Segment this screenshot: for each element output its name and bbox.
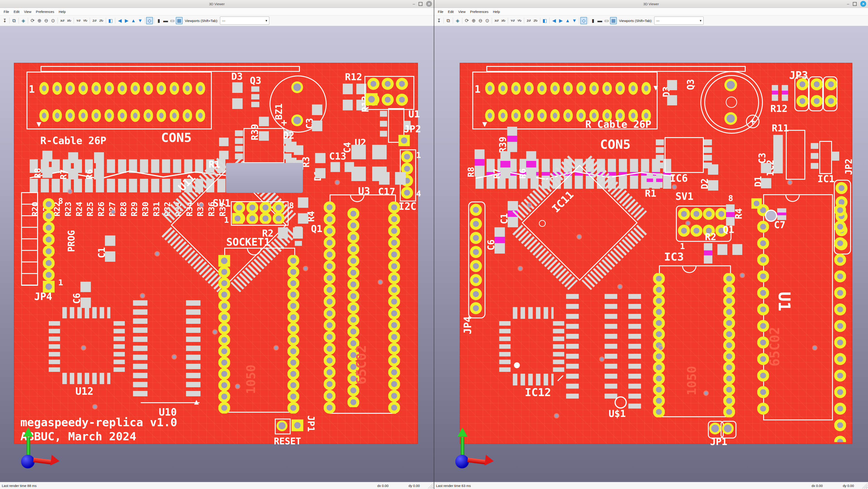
show-smd-models-icon[interactable]: ▬: [596, 17, 603, 24]
rotate-y-ccw-icon[interactable]: Y↺: [509, 17, 516, 24]
show-th-models-icon[interactable]: ▮: [590, 17, 596, 24]
soic-pads: [235, 130, 243, 160]
i2c-pin4: 4: [416, 190, 421, 198]
via: [155, 252, 159, 255]
close-icon[interactable]: ✕: [860, 1, 866, 7]
plus-marker: +: [746, 115, 760, 128]
copy-icon[interactable]: ⧉: [11, 17, 18, 24]
pan-up-icon[interactable]: ▲: [564, 17, 571, 24]
pad-row: [795, 78, 838, 90]
capacitor-pads: [81, 282, 91, 308]
minimize-icon[interactable]: –: [847, 2, 849, 6]
pan-right-icon[interactable]: ▶: [557, 17, 564, 24]
jp1-square-pad: [291, 420, 303, 431]
copy-icon[interactable]: ⧉: [445, 17, 452, 24]
pad-row: [678, 208, 727, 220]
render-current-view-icon[interactable]: ◈: [20, 17, 27, 24]
rotate-z-ccw-icon[interactable]: Z↺: [91, 17, 98, 24]
close-icon[interactable]: ✕: [426, 1, 432, 7]
menu-item[interactable]: Preferences: [33, 9, 56, 14]
pan-down-icon[interactable]: ▼: [571, 17, 578, 24]
resistor-pads: [278, 227, 303, 239]
pad-column: [218, 255, 230, 414]
y-axis-arrow-icon: [23, 428, 33, 437]
viewports-select[interactable]: --- ▾: [654, 17, 704, 25]
show-smd-models-icon[interactable]: ▬: [162, 17, 169, 24]
rotate-y-ccw-icon[interactable]: Y↺: [75, 17, 82, 24]
flip-board-icon[interactable]: ◧: [541, 17, 548, 24]
refresh-icon[interactable]: ⟳: [29, 17, 36, 24]
zoom-in-icon[interactable]: ⊕: [470, 17, 477, 24]
u10-arrow-icon: ▲: [194, 398, 199, 405]
rotate-y-cw-icon[interactable]: Y↻: [516, 17, 523, 24]
maximize-icon[interactable]: [853, 2, 857, 6]
menu-item[interactable]: Preferences: [468, 9, 491, 14]
menu-item[interactable]: View: [456, 9, 468, 14]
socket1-label: SOCKET1: [226, 237, 270, 247]
render-current-view-icon[interactable]: ◈: [454, 17, 461, 24]
resistor-label: R29: [129, 194, 140, 224]
zoom-fit-icon[interactable]: ⊙: [50, 17, 56, 24]
r8-label: R8: [33, 168, 42, 178]
titlebar[interactable]: 3D Viewer – ✕: [0, 0, 434, 8]
viewports-select[interactable]: --- ▾: [220, 17, 269, 25]
rotate-x-cw-icon[interactable]: X↻: [500, 17, 507, 24]
pin1-square-pad: [218, 255, 230, 267]
menu-item[interactable]: File: [1, 9, 11, 14]
resize-grip[interactable]: [428, 483, 433, 489]
resize-grip[interactable]: [862, 483, 868, 489]
pcb-board-left: 1 ▼ R-Cable 26P CON5 R20R21R22R23R24R25R…: [14, 63, 418, 444]
pan-up-icon[interactable]: ▲: [130, 17, 137, 24]
separator: [524, 18, 524, 24]
u1-outline: [763, 194, 833, 420]
flip-board-icon[interactable]: ◧: [107, 17, 114, 24]
orthographic-projection-icon[interactable]: ◇: [146, 17, 153, 24]
refresh-icon[interactable]: ⟳: [463, 17, 470, 24]
ic1-outline: [819, 141, 832, 174]
via: [173, 355, 176, 359]
menu-item[interactable]: Edit: [445, 9, 456, 14]
pin1-marker-icon: ▼: [36, 120, 41, 128]
menu-item[interactable]: Help: [491, 9, 502, 14]
show-not-in-posfile-models-icon[interactable]: ▦: [176, 17, 183, 24]
titlebar[interactable]: 3D Viewer – ✕: [434, 0, 868, 8]
rotate-z-ccw-icon[interactable]: Z↺: [525, 17, 532, 24]
minimize-icon[interactable]: –: [413, 2, 415, 6]
menu-item[interactable]: File: [436, 9, 445, 14]
orthographic-projection-icon[interactable]: ◇: [580, 17, 587, 24]
zoom-out-icon[interactable]: ⊖: [477, 17, 484, 24]
3d-viewport[interactable]: 1 ▼ R Cable 26P CON5 R20R21R22R23R24R25R…: [434, 26, 868, 482]
show-not-in-posfile-models-icon[interactable]: ▦: [610, 17, 617, 24]
show-virtual-models-icon[interactable]: ▭: [169, 17, 176, 24]
menu-item[interactable]: View: [22, 9, 33, 14]
rotate-x-cw-icon[interactable]: X↻: [66, 17, 72, 24]
pan-right-icon[interactable]: ▶: [123, 17, 130, 24]
show-th-models-icon[interactable]: ▮: [155, 17, 162, 24]
zoom-out-icon[interactable]: ⊖: [43, 17, 50, 24]
export-image-icon[interactable]: ↧: [1, 17, 8, 24]
rotate-x-ccw-icon[interactable]: X↺: [59, 17, 66, 24]
jp1-label: JP1: [710, 437, 727, 447]
separator: [508, 18, 508, 24]
menu-item[interactable]: Help: [56, 9, 68, 14]
jp1-pad: [709, 423, 721, 434]
rotate-x-ccw-icon[interactable]: X↺: [493, 17, 500, 24]
menu-item[interactable]: Edit: [11, 9, 22, 14]
zoom-fit-icon[interactable]: ⊙: [484, 17, 491, 24]
show-virtual-models-icon[interactable]: ▭: [603, 17, 610, 24]
maximize-icon[interactable]: [418, 2, 423, 6]
export-image-icon[interactable]: ↧: [436, 17, 442, 24]
separator: [443, 18, 444, 24]
3d-viewport[interactable]: 1 ▼ R-Cable 26P CON5 R20R21R22R23R24R25R…: [0, 26, 434, 482]
via: [111, 210, 115, 214]
d3-label: D3: [231, 72, 243, 81]
zoom-in-icon[interactable]: ⊕: [36, 17, 43, 24]
pan-left-icon[interactable]: ◀: [117, 17, 123, 24]
resistor-pads: [68, 152, 78, 180]
rotate-z-cw-icon[interactable]: Z↻: [532, 17, 539, 24]
resistor-pads: [717, 244, 742, 255]
pan-down-icon[interactable]: ▼: [137, 17, 144, 24]
pan-left-icon[interactable]: ◀: [551, 17, 557, 24]
rotate-y-cw-icon[interactable]: Y↻: [82, 17, 89, 24]
rotate-z-cw-icon[interactable]: Z↻: [98, 17, 105, 24]
